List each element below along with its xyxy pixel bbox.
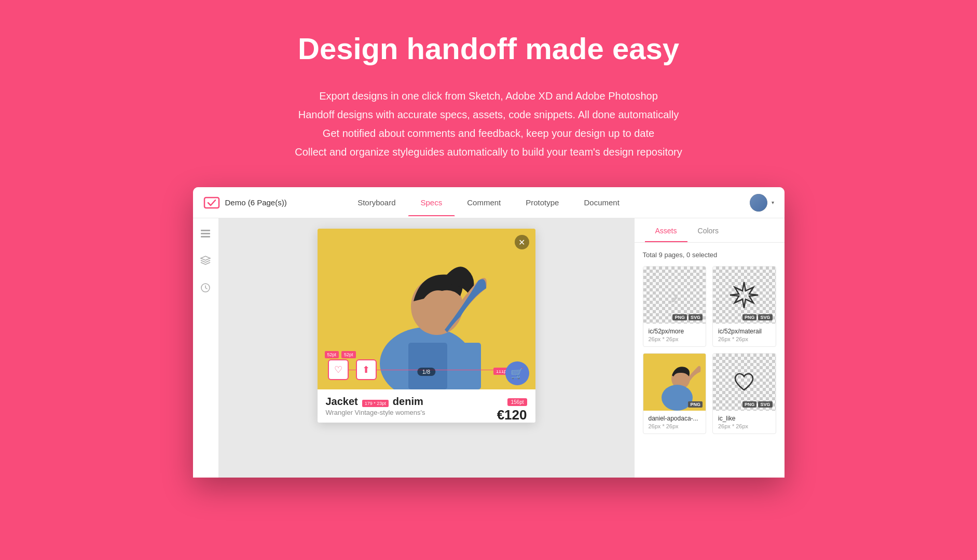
badge-svg-4: SVG — [758, 401, 772, 408]
feature-line-2: Handoff designs with accurate specs, ass… — [10, 105, 967, 124]
tab-specs[interactable]: Specs — [408, 189, 455, 216]
badge-svg-2: SVG — [758, 314, 772, 320]
hero-section: Design handoff made easy Export designs … — [0, 0, 977, 187]
badge-png-1: PNG — [672, 314, 687, 320]
avatar-dropdown-icon[interactable]: ▾ — [772, 200, 774, 205]
asset-badges-materail: PNG SVG — [742, 314, 773, 320]
tab-comment[interactable]: Comment — [455, 189, 513, 216]
asset-info-more: ic/52px/more 26px * 26px — [643, 324, 706, 346]
tab-document[interactable]: Document — [571, 189, 631, 216]
right-panel: Assets Colors Total 9 pages, 0 selected … — [634, 218, 785, 478]
right-panel-content: Total 9 pages, 0 selected › PNG SVG ic — [635, 243, 785, 478]
action-icons: ♡ ⬆ — [328, 359, 377, 380]
feature-line-3: Get notified about comments and feedback… — [10, 124, 967, 143]
asset-card-more[interactable]: › PNG SVG ic/52px/more 26px * 26px — [643, 266, 707, 347]
badge-png-4: PNG — [742, 401, 757, 408]
top-bar: Demo (6 Page(s)) Storyboard Specs Commen… — [193, 187, 785, 218]
feature-line-1: Export designs in one click from Sketch,… — [10, 87, 967, 105]
tab-assets[interactable]: Assets — [645, 218, 687, 242]
asset-info-photo: daniel-apodaca-... 26px * 26px — [643, 411, 706, 433]
asset-card-like[interactable]: PNG SVG ic_like 26px * 26px — [712, 353, 776, 434]
asset-name-photo: daniel-apodaca-... — [649, 415, 701, 422]
share-icon-btn[interactable]: ⬆ — [356, 359, 377, 380]
avatar-image — [750, 194, 767, 212]
asset-badges-more: PNG SVG — [672, 314, 703, 320]
asset-name-materail: ic/52px/materail — [718, 328, 770, 335]
asset-card-photo[interactable]: PNG daniel-apodaca-... 26px * 26px — [643, 353, 707, 434]
price-value: €120 — [494, 407, 527, 423]
badge-svg-1: SVG — [689, 314, 703, 320]
asset-dim-more: 26px * 26px — [649, 336, 701, 342]
asset-info-materail: ic/52px/materail 26px * 26px — [713, 324, 776, 346]
asset-card-materail[interactable]: PNG SVG ic/52px/materail 26px * 26px — [712, 266, 776, 347]
user-avatar[interactable] — [750, 194, 767, 212]
svg-rect-2 — [201, 233, 210, 234]
dimension-badges-row: 52pt 52pt — [325, 351, 356, 358]
add-to-cart-button[interactable]: 🛒 — [505, 361, 529, 385]
product-image-area: ✕ 111pt ♡ ⬆ 1/8 🛒 52pt — [318, 229, 535, 389]
nav-tabs: Storyboard Specs Comment Prototype Docum… — [345, 189, 632, 216]
asset-dim-photo: 26px * 26px — [649, 423, 701, 429]
product-subtitle: denim — [393, 396, 423, 408]
close-button[interactable]: ✕ — [515, 235, 529, 249]
asset-thumb-materail: PNG SVG — [713, 267, 776, 324]
tab-storyboard[interactable]: Storyboard — [345, 189, 408, 216]
tab-prototype[interactable]: Prototype — [513, 189, 571, 216]
svg-rect-0 — [204, 198, 219, 208]
badge-52pt-right: 52pt — [341, 351, 356, 358]
wishlist-icon-btn[interactable]: ♡ — [328, 359, 349, 380]
starburst-icon — [728, 279, 760, 311]
project-name: Demo (6 Page(s)) — [225, 198, 287, 207]
svg-rect-8 — [447, 343, 481, 389]
asset-name-more: ic/52px/more — [649, 328, 701, 335]
phone-mockup: ✕ 111pt ♡ ⬆ 1/8 🛒 52pt — [318, 229, 535, 423]
left-sidebar — [193, 218, 219, 478]
hero-title: Design handoff made easy — [10, 31, 967, 66]
app-window: Demo (6 Page(s)) Storyboard Specs Commen… — [193, 187, 785, 478]
price-spec-badge: 156pt — [507, 398, 527, 406]
asset-name-like: ic_like — [718, 415, 770, 422]
feature-line-4: Collect and organize styleguides automat… — [10, 143, 967, 161]
main-content: ✕ 111pt ♡ ⬆ 1/8 🛒 52pt — [193, 218, 785, 478]
tab-colors[interactable]: Colors — [687, 218, 729, 242]
app-logo-icon[interactable] — [203, 194, 220, 211]
spec-179-23: 179 * 23pt — [362, 400, 389, 407]
sidebar-layers-icon[interactable] — [198, 227, 213, 241]
top-bar-right: ▾ — [750, 194, 774, 212]
badge-52pt-left: 52pt — [325, 351, 339, 358]
svg-rect-7 — [408, 343, 447, 389]
asset-dim-like: 26px * 26px — [718, 423, 770, 429]
right-panel-tabs: Assets Colors — [635, 218, 785, 243]
product-info: Jacket 179 * 23pt denim Wrangler Vintage… — [318, 389, 535, 423]
asset-badges-photo: PNG — [688, 401, 703, 408]
logo-area: Demo (6 Page(s)) — [203, 194, 297, 211]
chevron-right-icon: › — [670, 281, 679, 310]
asset-thumb-photo: PNG — [643, 354, 706, 411]
heart-icon — [731, 369, 757, 395]
hero-features: Export designs in one click from Sketch,… — [10, 87, 967, 161]
svg-rect-3 — [201, 236, 210, 237]
asset-badges-like: PNG SVG — [742, 401, 773, 408]
svg-rect-1 — [201, 230, 210, 231]
sidebar-history-icon[interactable] — [198, 281, 213, 295]
asset-dim-materail: 26px * 26px — [718, 336, 770, 342]
assets-grid: › PNG SVG ic/52px/more 26px * 26px — [643, 266, 776, 434]
price-area: 156pt €120 VAT included — [494, 397, 527, 423]
asset-thumb-more: › PNG SVG — [643, 267, 706, 324]
product-title: Jacket — [326, 396, 358, 408]
assets-summary: Total 9 pages, 0 selected — [643, 251, 776, 259]
asset-thumb-like: PNG SVG — [713, 354, 776, 411]
sidebar-stack-icon[interactable] — [198, 254, 213, 268]
pagination-indicator: 1/8 — [417, 368, 435, 376]
asset-info-like: ic_like 26px * 26px — [713, 411, 776, 433]
badge-png-2: PNG — [742, 314, 757, 320]
badge-png-3: PNG — [688, 401, 703, 408]
canvas-area: ✕ 111pt ♡ ⬆ 1/8 🛒 52pt — [219, 218, 634, 478]
